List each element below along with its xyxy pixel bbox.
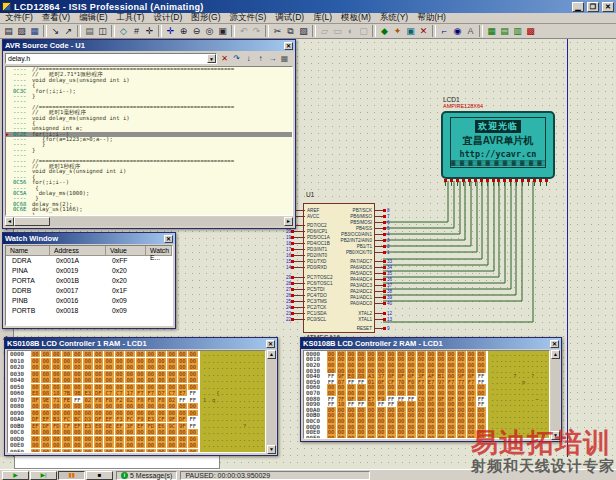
- toggle-breakpoint-icon[interactable]: ✕: [219, 53, 230, 64]
- origin-icon[interactable]: ✛: [143, 25, 156, 38]
- redraw-icon[interactable]: ◇: [117, 25, 130, 38]
- simulation-state: PAUSED: 00:00:03.950029: [185, 472, 270, 479]
- search-tag-icon[interactable]: ◉: [451, 25, 464, 38]
- watch-col-address[interactable]: Address: [50, 246, 106, 256]
- watch-col-expr[interactable]: Watch E...: [146, 246, 172, 256]
- watch-row[interactable]: DDRA0x001A0xFF: [6, 256, 172, 266]
- schematic-canvas[interactable]: U1 32AREF30AVCC21PD7/OC220PD6/ICP119PD5/…: [0, 39, 616, 469]
- remove-sheet-icon[interactable]: ▥: [511, 25, 524, 38]
- source-file-selector[interactable]: delay.h ▼: [5, 53, 217, 64]
- step-over-icon[interactable]: ↷: [231, 53, 242, 64]
- print-icon[interactable]: ▤: [83, 25, 96, 38]
- scroll-thumb[interactable]: [14, 217, 50, 226]
- watch-window-titlebar[interactable]: Watch Window ✕: [3, 233, 175, 244]
- memory-byte: FE: [62, 397, 72, 403]
- menu-item[interactable]: 文件(F): [5, 12, 33, 24]
- message-panel[interactable]: i 5 Message(s): [116, 471, 177, 480]
- restore-button[interactable]: ❐: [587, 2, 599, 12]
- source-display-options-icon[interactable]: ▦: [279, 53, 290, 64]
- copy-icon[interactable]: ⧉: [284, 25, 297, 38]
- pick-parts-icon[interactable]: ◆: [378, 25, 391, 38]
- step-into-icon[interactable]: ↓: [243, 53, 254, 64]
- zoom-out-icon[interactable]: ⊖: [190, 25, 203, 38]
- memory-byte: 00: [146, 364, 156, 370]
- watch-col-name[interactable]: Name: [6, 246, 50, 256]
- source-window-titlebar[interactable]: AVR Source Code - U1 ✕: [3, 40, 295, 51]
- step-button[interactable]: ▶|: [30, 471, 57, 480]
- watch-row[interactable]: PINB0x00160x09: [6, 296, 172, 306]
- pan-icon[interactable]: ✛: [164, 25, 177, 38]
- mark-area-icon[interactable]: ◫: [96, 25, 109, 38]
- scroll-right-icon[interactable]: ►: [284, 217, 293, 226]
- redo-icon[interactable]: ↷: [250, 25, 263, 38]
- save-file-icon[interactable]: ▦: [28, 25, 41, 38]
- source-hscrollbar[interactable]: ◄ ►: [5, 217, 293, 226]
- decompose-icon[interactable]: ✕: [417, 25, 430, 38]
- menu-item[interactable]: 系统(Y): [380, 12, 408, 24]
- menu-item[interactable]: 调试(D): [275, 12, 304, 24]
- watch-row[interactable]: PORTB0x00180x09: [6, 306, 172, 316]
- scroll-up-icon[interactable]: ▲: [551, 350, 560, 359]
- pause-button[interactable]: ▮▮: [58, 471, 85, 480]
- scroll-down-icon[interactable]: ▼: [267, 445, 276, 454]
- menu-item[interactable]: 工具(T): [117, 12, 145, 24]
- pin-number: 18: [281, 241, 291, 246]
- stop-button[interactable]: ■: [86, 471, 113, 480]
- memory-window-1-scrollbar[interactable]: ▲ ▼: [267, 350, 276, 454]
- watch-col-value[interactable]: Value: [106, 246, 146, 256]
- scroll-down-icon[interactable]: ▼: [551, 431, 560, 440]
- source-code-area[interactable]: ----//==================================…: [5, 66, 293, 216]
- exit-to-parent-icon[interactable]: ▩: [524, 25, 537, 38]
- zoom-all-icon[interactable]: ◎: [203, 25, 216, 38]
- toggle-grid-icon[interactable]: #: [130, 25, 143, 38]
- zoom-area-icon[interactable]: ▣: [216, 25, 229, 38]
- open-file-icon[interactable]: ▨: [15, 25, 28, 38]
- memory-window-1-titlebar[interactable]: KS0108B LCD Controller 1 RAM - LCD1 ✕: [5, 338, 277, 349]
- lcd-display[interactable]: 欢迎光临 宜昌AVR单片机 http://ycavr.cn ▓▒▓▒▓▒▓▒▓▒…: [441, 111, 555, 179]
- close-button[interactable]: ✕: [602, 2, 614, 12]
- export-section-icon[interactable]: ↗: [62, 25, 75, 38]
- undo-icon[interactable]: ↶: [237, 25, 250, 38]
- import-section-icon[interactable]: ↘: [49, 25, 62, 38]
- memory-byte: EF: [31, 423, 41, 429]
- scroll-left-icon[interactable]: ◄: [5, 217, 14, 226]
- block-copy-icon[interactable]: ▱: [318, 25, 331, 38]
- menu-item[interactable]: 查看(V): [42, 12, 70, 24]
- minimize-button[interactable]: ▁: [572, 2, 584, 12]
- design-explorer-icon[interactable]: ▦: [485, 25, 498, 38]
- block-move-icon[interactable]: ▭: [331, 25, 344, 38]
- memory-byte: 00: [125, 371, 135, 377]
- source-window-close-icon[interactable]: ✕: [284, 42, 293, 50]
- new-sheet-icon[interactable]: ▤: [498, 25, 511, 38]
- scroll-up-icon[interactable]: ▲: [267, 350, 276, 359]
- step-out-icon[interactable]: ↑: [255, 53, 266, 64]
- memory-window-2-close-icon[interactable]: ✕: [550, 340, 559, 348]
- run-to-cursor-icon[interactable]: →: [267, 53, 278, 64]
- watch-window-close-icon[interactable]: ✕: [164, 235, 173, 243]
- memory-window-2-scrollbar[interactable]: ▲ ▼: [551, 350, 560, 440]
- watch-row[interactable]: PORTA0x001B0x20: [6, 276, 172, 286]
- paste-icon[interactable]: ▧: [297, 25, 310, 38]
- zoom-in-icon[interactable]: ⊕: [177, 25, 190, 38]
- menu-item[interactable]: 编辑(E): [79, 12, 107, 24]
- make-device-icon[interactable]: ✦: [391, 25, 404, 38]
- menu-item[interactable]: 源文件(S): [230, 12, 267, 24]
- new-file-icon[interactable]: ▤: [2, 25, 15, 38]
- packaging-tool-icon[interactable]: ▣: [404, 25, 417, 38]
- chevron-down-icon[interactable]: ▼: [207, 54, 216, 63]
- menu-item[interactable]: 库(L): [313, 12, 332, 24]
- property-assignment-icon[interactable]: A: [464, 25, 477, 38]
- play-button[interactable]: ▶: [2, 471, 29, 480]
- menu-item[interactable]: 模板(M): [341, 12, 371, 24]
- memory-window-2-titlebar[interactable]: KS0108B LCD Controller 2 RAM - LCD1 ✕: [301, 338, 561, 349]
- cut-icon[interactable]: ✂: [271, 25, 284, 38]
- watch-row[interactable]: PINA0x00190x20: [6, 266, 172, 276]
- menu-item[interactable]: 帮助(H): [417, 12, 446, 24]
- memory-window-1-close-icon[interactable]: ✕: [266, 340, 275, 348]
- block-rotate-icon[interactable]: ◐: [344, 25, 357, 38]
- block-delete-icon[interactable]: ▢: [357, 25, 370, 38]
- menu-item[interactable]: 设计(D): [153, 12, 182, 24]
- watch-row[interactable]: DDRB0x00170x1F: [6, 286, 172, 296]
- menu-item[interactable]: 图形(G): [191, 12, 220, 24]
- wire-autorouter-icon[interactable]: ⌐: [438, 25, 451, 38]
